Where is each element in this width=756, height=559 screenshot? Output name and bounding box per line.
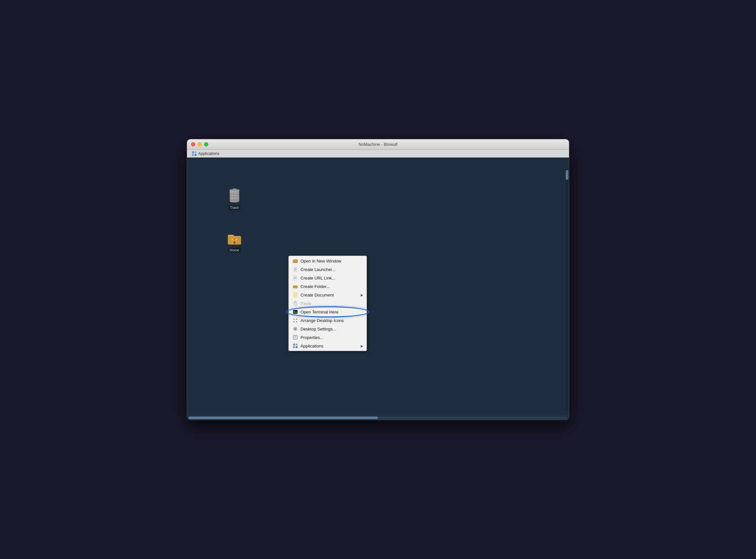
paste-item[interactable]: Paste <box>289 299 366 308</box>
svg-rect-51 <box>296 346 297 348</box>
open-new-window-label: Open in New Window <box>301 259 341 264</box>
trash-svg-icon <box>227 188 242 204</box>
svg-point-42 <box>294 328 296 330</box>
main-window: NoMachine - Blowulf Applications <box>187 139 569 420</box>
settings-icon <box>293 326 298 332</box>
create-folder-label: Create Folder... <box>301 284 330 289</box>
window-title: NoMachine - Blowulf <box>358 142 397 147</box>
right-scrollbar[interactable] <box>564 168 569 410</box>
svg-point-40 <box>293 321 295 322</box>
home-icon-image <box>227 231 242 246</box>
maximize-button[interactable] <box>204 142 208 147</box>
applications-menu-label: Applications <box>301 343 324 349</box>
applications-menu-item[interactable]: Applications <box>190 150 221 157</box>
create-document-item[interactable]: Create Document ▶ <box>289 291 366 299</box>
create-document-arrow: ▶ <box>361 293 363 297</box>
svg-rect-50 <box>293 346 295 348</box>
create-folder-item[interactable]: Create Folder... <box>289 282 366 291</box>
create-document-label: Create Document <box>301 293 334 297</box>
doc-icon <box>293 292 298 297</box>
home-label: Home <box>228 248 240 252</box>
svg-rect-48 <box>293 343 295 345</box>
open-terminal-wrapper: Open Terminal Here <box>289 308 366 316</box>
properties-label: Properties... <box>301 335 324 340</box>
minimize-button[interactable] <box>198 142 202 147</box>
open-new-window-item[interactable]: Open in New Window <box>289 256 366 265</box>
horizontal-scrollbar-track[interactable] <box>188 417 568 419</box>
trash-label: Trash <box>228 205 240 210</box>
title-bar: NoMachine - Blowulf <box>187 139 569 150</box>
url-icon: @ <box>293 275 298 281</box>
svg-rect-33 <box>294 293 297 297</box>
svg-point-41 <box>296 321 297 322</box>
open-terminal-label: Open Terminal Here <box>301 310 338 314</box>
svg-rect-24 <box>293 260 295 261</box>
svg-point-39 <box>296 318 297 320</box>
create-launcher-item[interactable]: Create Launcher... <box>289 265 366 274</box>
right-scrollbar-thumb[interactable] <box>566 170 568 180</box>
svg-rect-32 <box>293 285 295 286</box>
paste-label: Paste <box>301 301 311 306</box>
svg-rect-3 <box>195 154 197 156</box>
desktop-area[interactable]: Trash Home <box>187 158 569 415</box>
home-icon-item[interactable]: Home <box>221 229 247 254</box>
arrange-icons-item[interactable]: Arrange Desktop Icons <box>289 316 366 325</box>
home-svg-icon <box>227 231 242 246</box>
svg-rect-1 <box>195 151 197 153</box>
paste-icon <box>293 301 298 306</box>
svg-point-14 <box>230 200 239 202</box>
svg-rect-35 <box>294 301 296 303</box>
apps-menu-icon <box>293 343 298 349</box>
trash-icon-item[interactable]: Trash <box>221 187 247 211</box>
create-url-link-item[interactable]: @ Create URL Link... <box>289 274 366 282</box>
menu-bar: Applications <box>187 150 569 158</box>
traffic-lights <box>191 142 208 147</box>
svg-point-38 <box>293 318 295 320</box>
horizontal-scrollbar-thumb[interactable] <box>188 417 378 419</box>
desktop-settings-item[interactable]: Desktop Settings... <box>289 325 366 333</box>
svg-rect-16 <box>234 188 236 189</box>
applications-label: Applications <box>198 151 219 156</box>
applications-arrow: ▶ <box>361 344 363 348</box>
trash-icon-image <box>227 188 242 204</box>
bottom-scrollbar-area <box>187 415 569 420</box>
svg-rect-0 <box>192 151 194 153</box>
context-menu: Open in New Window Create Launcher... @ … <box>288 255 367 351</box>
svg-rect-19 <box>228 235 234 237</box>
properties-icon <box>293 335 298 340</box>
folder-open-icon <box>293 258 298 264</box>
open-terminal-item[interactable]: Open Terminal Here <box>289 308 366 316</box>
applications-item[interactable]: Applications ▶ <box>289 342 366 350</box>
create-url-link-label: Create URL Link... <box>301 275 335 281</box>
arrange-icon <box>293 318 298 323</box>
applications-icon <box>192 151 197 156</box>
document-icon <box>293 267 298 272</box>
close-button[interactable] <box>191 142 195 147</box>
svg-rect-22 <box>234 241 236 244</box>
desktop-settings-label: Desktop Settings... <box>301 327 336 332</box>
svg-rect-49 <box>296 343 297 345</box>
arrange-icons-label: Arrange Desktop Icons <box>301 318 344 323</box>
svg-rect-2 <box>192 154 194 156</box>
properties-item[interactable]: Properties... <box>289 333 366 342</box>
terminal-icon <box>293 309 298 314</box>
folder-icon <box>293 284 298 289</box>
svg-text:@: @ <box>294 276 296 279</box>
create-launcher-label: Create Launcher... <box>301 267 335 272</box>
